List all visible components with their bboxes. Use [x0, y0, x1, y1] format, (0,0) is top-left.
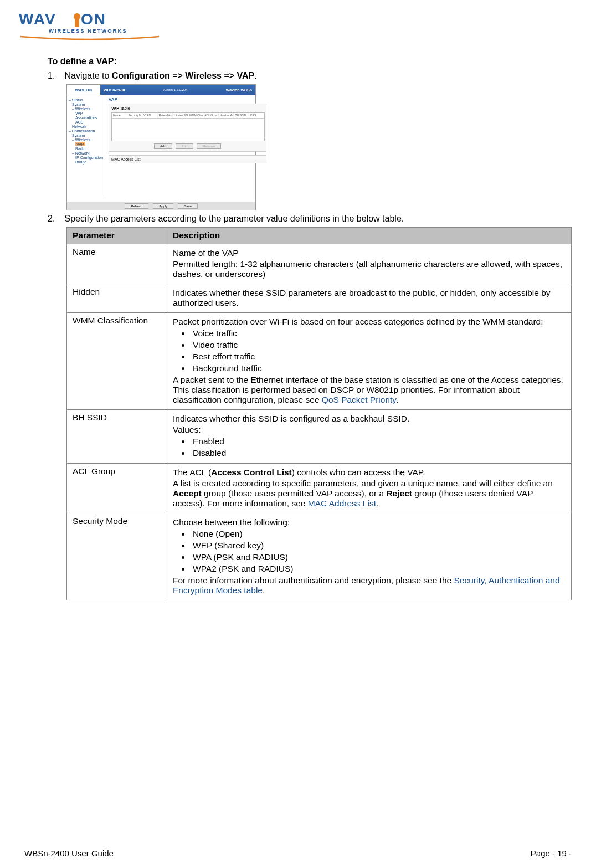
ss-add-button: Add	[154, 143, 172, 149]
parameter-table: Parameter Description Name Name of the V…	[66, 227, 572, 600]
list-item: Video traffic	[191, 340, 566, 350]
param-desc: Name of the VAP Permitted length: 1-32 a…	[167, 244, 572, 284]
ss-logo: WAVION	[67, 85, 100, 95]
param-name: Hidden	[67, 284, 167, 313]
list-item: Best effort traffic	[191, 352, 566, 362]
param-desc: Packet prioritization over Wi-Fi is base…	[167, 313, 572, 410]
param-desc: Choose between the following: None (Open…	[167, 513, 572, 600]
ss-panel-title: VAP Table	[111, 106, 264, 110]
table-row: Name Name of the VAP Permitted length: 1…	[67, 244, 572, 284]
param-name: ACL Group	[67, 464, 167, 513]
step-2-number: 2.	[48, 214, 62, 224]
param-desc: Indicates whether these SSID parameters …	[167, 284, 572, 313]
param-name: Security Mode	[67, 513, 167, 600]
list-item: Voice traffic	[191, 328, 566, 338]
step-1-number: 1.	[48, 71, 62, 81]
svg-text:ON: ON	[81, 11, 106, 28]
ss-remove-button: Remove	[197, 143, 221, 149]
list-item: Disabled	[191, 448, 566, 458]
brand-logo: WAV ON WIRELESS NETWORKS	[19, 10, 572, 41]
table-row: ACL Group The ACL (Access Control List) …	[67, 464, 572, 513]
ss-mac-panel: MAC Access List	[109, 155, 266, 163]
ss-edit-button: Edit	[176, 143, 193, 149]
section-heading: To define a VAP:	[48, 57, 572, 66]
list-item: WPA2 (PSK and RADIUS)	[191, 564, 566, 574]
ss-main-title: VAP	[109, 97, 266, 102]
step-1: 1. Navigate to Configuration => Wireless…	[48, 71, 572, 81]
table-row: Security Mode Choose between the followi…	[67, 513, 572, 600]
param-desc: The ACL (Access Control List) controls w…	[167, 464, 572, 513]
step-2-text: Specify the parameters according to the …	[64, 214, 404, 223]
step-2: 2. Specify the parameters according to t…	[48, 214, 572, 224]
footer-doc-title: WBSn-2400 User Guide	[24, 849, 114, 858]
ss-title-mid: Admin 1.2.0.294	[163, 88, 188, 91]
table-row: BH SSID Indicates whether this SSID is c…	[67, 410, 572, 464]
ss-sidebar: – Status System – Wireless VAP Associati…	[67, 95, 105, 198]
step-1-text-prefix: Navigate to	[64, 71, 111, 80]
list-item: Enabled	[191, 436, 566, 446]
footer-page-number: Page - 19 -	[531, 849, 572, 858]
link-mac-address-list[interactable]: MAC Address List	[308, 499, 376, 508]
step-1-text-suffix: .	[254, 71, 256, 80]
ss-title-right: Wavion WBSn	[226, 88, 252, 92]
svg-text:WAV: WAV	[19, 11, 56, 28]
list-item: WPA (PSK and RADIUS)	[191, 552, 566, 562]
ss-refresh-button: Refresh	[125, 203, 148, 209]
svg-text:WIRELESS NETWORKS: WIRELESS NETWORKS	[49, 28, 127, 34]
list-item: WEP (Shared key)	[191, 541, 566, 551]
th-parameter: Parameter	[67, 228, 167, 244]
step-1-path: Configuration => Wireless => VAP	[112, 71, 254, 80]
param-name: WMM Classification	[67, 313, 167, 410]
svg-rect-2	[75, 19, 79, 27]
param-desc: Indicates whether this SSID is configure…	[167, 410, 572, 464]
table-row: Hidden Indicates whether these SSID para…	[67, 284, 572, 313]
list-item: None (Open)	[191, 529, 566, 539]
param-name: Name	[67, 244, 167, 284]
param-name: BH SSID	[67, 410, 167, 464]
embedded-screenshot: WAVION WBSn-2400 Admin 1.2.0.294 Wavion …	[66, 84, 256, 210]
table-row: WMM Classification Packet prioritization…	[67, 313, 572, 410]
link-qos-packet-priority[interactable]: QoS Packet Priority	[322, 395, 396, 404]
ss-save-button: Save	[178, 203, 198, 209]
ss-apply-button: Apply	[153, 203, 173, 209]
ss-title-left: WBSn-2400	[104, 88, 125, 92]
th-description: Description	[167, 228, 572, 244]
list-item: Background traffic	[191, 363, 566, 373]
